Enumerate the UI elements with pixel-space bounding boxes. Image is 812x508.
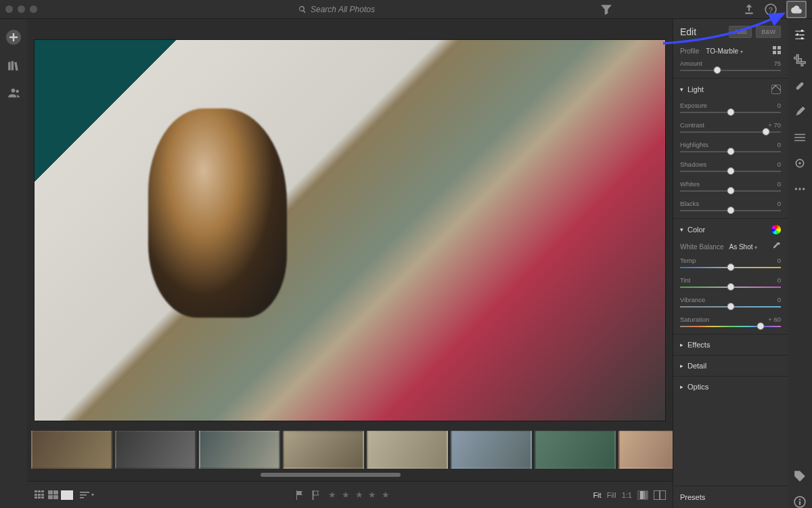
grid-view-controls (34, 490, 73, 500)
flag-pick-icon[interactable] (296, 490, 304, 500)
linear-gradient-icon[interactable] (794, 131, 806, 144)
svg-rect-2 (773, 46, 776, 49)
left-rail (0, 19, 27, 508)
svg-text:?: ? (769, 5, 773, 14)
grid-large-button[interactable] (47, 490, 60, 500)
canvas-area (27, 19, 673, 477)
light-section: ▾ Light Exposure0Contrast+ 70Highlights0… (673, 78, 788, 218)
share-icon[interactable] (743, 3, 755, 16)
crop-icon[interactable] (794, 54, 806, 66)
svg-rect-6 (796, 82, 805, 91)
thumbnail[interactable] (451, 431, 532, 469)
zoom-fit[interactable]: Fit (593, 491, 601, 499)
bottom-toolbar: ▾ ★ ★ ★ ★ ★ Fit Fill 1:1 (27, 481, 673, 508)
zoom-1to1[interactable]: 1:1 (622, 491, 632, 499)
chevron-down-icon: ▾ (680, 86, 683, 93)
radial-gradient-icon[interactable] (794, 157, 806, 169)
filmstrip-scrollbar[interactable] (31, 473, 669, 477)
search-icon (298, 5, 307, 14)
whites-slider[interactable]: Whites0 (673, 179, 788, 198)
filter-icon[interactable] (600, 3, 612, 16)
svg-rect-4 (773, 51, 776, 54)
search-input[interactable]: Search All Photos (298, 5, 375, 14)
light-header[interactable]: ▾ Light (673, 79, 788, 100)
thumbnail[interactable] (535, 431, 616, 469)
zoom-controls: Fit Fill 1:1 (593, 490, 666, 500)
cloud-sync-button[interactable] (786, 1, 807, 18)
flag-reject-icon[interactable] (312, 490, 320, 500)
more-icon[interactable] (794, 183, 806, 195)
detail-section: ▸Detail (673, 355, 788, 376)
highlights-slider[interactable]: Highlights0 (673, 140, 788, 159)
color-section: ▾ Color White Balance As Shot ▾ Temp0Tin… (673, 218, 788, 334)
temp-slider[interactable]: Temp0 (673, 255, 788, 275)
shadows-slider[interactable]: Shadows0 (673, 159, 788, 179)
cloud-icon (790, 3, 803, 16)
single-view-button[interactable] (61, 490, 73, 500)
compare-icon[interactable] (654, 490, 666, 500)
optics-section: ▸Optics (673, 376, 788, 397)
optics-header[interactable]: ▸Optics (673, 377, 788, 397)
color-header[interactable]: ▾ Color (673, 219, 788, 240)
chevron-right-icon: ▸ (680, 383, 683, 390)
thumbnail[interactable] (367, 431, 448, 469)
svg-rect-5 (777, 51, 781, 54)
chevron-right-icon: ▸ (680, 341, 683, 348)
profile-browser-button[interactable] (773, 46, 781, 56)
main-photo[interactable] (34, 39, 666, 421)
bw-button[interactable]: B&W (756, 26, 781, 38)
amount-slider[interactable]: Amount75 (673, 58, 788, 78)
tint-slider[interactable]: Tint0 (673, 275, 788, 295)
right-rail (788, 19, 812, 508)
svg-rect-3 (777, 46, 781, 49)
histogram-icon[interactable] (637, 490, 648, 500)
vibrance-slider[interactable]: Vibrance0 (673, 295, 788, 314)
grid-small-button[interactable] (34, 490, 46, 500)
profile-select[interactable]: TO-Marble ▾ (706, 47, 742, 55)
wb-label: White Balance (680, 243, 723, 251)
info-icon[interactable] (794, 496, 806, 508)
title-bar: Search All Photos ? (0, 0, 812, 19)
thumbnail[interactable] (31, 431, 112, 469)
edit-sliders-icon[interactable] (794, 28, 806, 41)
thumbnail[interactable] (283, 431, 364, 469)
library-icon[interactable] (7, 60, 20, 72)
healing-icon[interactable] (794, 80, 806, 92)
svg-point-11 (803, 188, 805, 190)
auto-button[interactable]: Auto (729, 26, 752, 38)
saturation-slider[interactable]: Saturation+ 60 (673, 314, 788, 334)
presets-button[interactable]: Presets (673, 486, 788, 508)
people-icon[interactable] (7, 87, 20, 99)
star-rating[interactable]: ★ ★ ★ ★ ★ (328, 490, 390, 500)
svg-point-9 (795, 188, 797, 190)
thumbnail[interactable] (618, 431, 673, 469)
search-placeholder: Search All Photos (311, 5, 375, 14)
filmstrip (27, 427, 673, 473)
zoom-fill[interactable]: Fill (607, 491, 616, 499)
plus-icon (9, 33, 18, 41)
tone-curve-icon[interactable] (771, 85, 781, 94)
wb-select[interactable]: As Shot ▾ (729, 243, 757, 251)
svg-point-10 (798, 188, 800, 190)
thumbnail[interactable] (199, 431, 280, 469)
brush-icon[interactable] (794, 106, 806, 118)
exposure-slider[interactable]: Exposure0 (673, 100, 788, 120)
chevron-down-icon: ▾ (680, 226, 683, 233)
sort-button[interactable]: ▾ (80, 491, 94, 499)
eyedropper-icon[interactable] (771, 242, 781, 251)
profile-label: Profile (680, 47, 699, 55)
blacks-slider[interactable]: Blacks0 (673, 198, 788, 218)
thumbnail[interactable] (115, 431, 196, 469)
svg-point-8 (798, 162, 800, 164)
add-photos-button[interactable] (6, 30, 21, 45)
help-icon[interactable]: ? (765, 3, 777, 16)
effects-section: ▸Effects (673, 334, 788, 355)
detail-header[interactable]: ▸Detail (673, 356, 788, 376)
contrast-slider[interactable]: Contrast+ 70 (673, 120, 788, 140)
tag-icon[interactable] (794, 470, 806, 482)
effects-header[interactable]: ▸Effects (673, 335, 788, 355)
edit-title: Edit (680, 26, 725, 37)
chevron-right-icon: ▸ (680, 362, 683, 369)
color-mixer-icon[interactable] (771, 225, 781, 234)
window-controls[interactable] (5, 5, 37, 13)
